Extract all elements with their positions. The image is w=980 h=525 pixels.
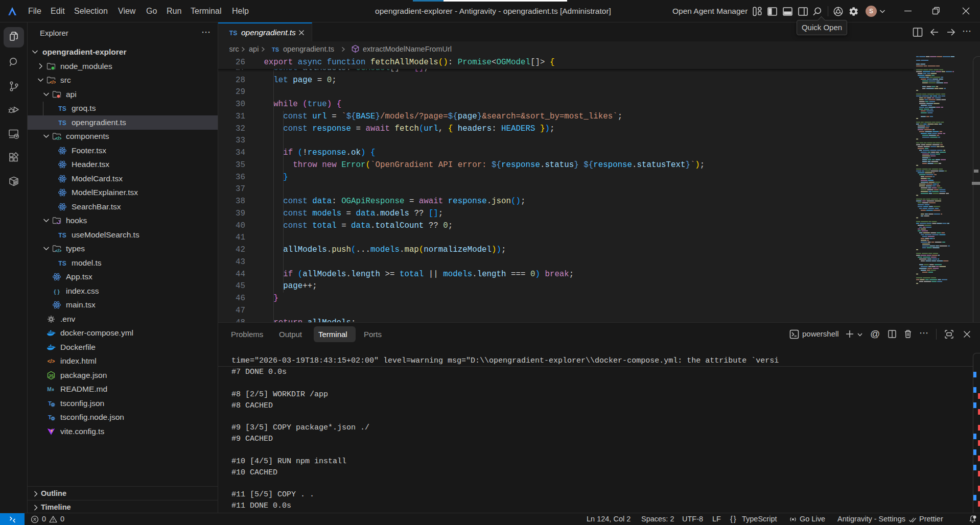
svg-text:</>: </>: [48, 359, 55, 364]
svg-text:{ }: { }: [54, 288, 60, 294]
svg-text:TS: TS: [58, 259, 66, 267]
svg-text:TS: TS: [58, 119, 66, 126]
svg-text:TS: TS: [58, 231, 66, 238]
svg-text:JS: JS: [49, 373, 54, 378]
svg-text:TS: TS: [229, 30, 238, 37]
svg-text:</>: </>: [50, 80, 56, 85]
svg-text:TS: TS: [58, 105, 66, 112]
svg-text:</>: </>: [55, 248, 61, 253]
svg-text:M: M: [47, 386, 52, 392]
svg-text:TS: TS: [272, 46, 279, 53]
svg-text:T: T: [48, 400, 52, 407]
svg-text:T: T: [48, 414, 52, 420]
svg-text:</>: </>: [55, 136, 61, 141]
